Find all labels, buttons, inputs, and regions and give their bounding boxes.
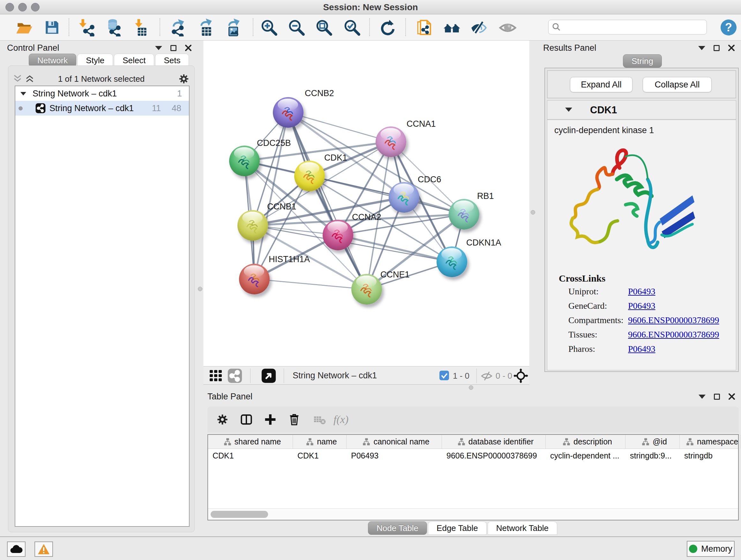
table-horizontal-scrollbar[interactable] <box>208 508 738 520</box>
table-row[interactable]: CDK1CDK1P064939606.ENSP00000378699cyclin… <box>208 449 738 462</box>
table-cell[interactable]: P06493 <box>347 449 442 462</box>
export-table-button[interactable] <box>197 18 215 37</box>
network-node-ccnb1[interactable] <box>238 210 268 241</box>
crosslink-link[interactable]: 9606.ENSP00000378699 <box>628 329 719 340</box>
network-node-ccne1[interactable] <box>351 274 382 305</box>
tab-style[interactable]: Style <box>77 54 113 67</box>
save-session-button[interactable] <box>43 18 61 37</box>
network-view[interactable]: CCNB2 CCNA1 CDC25B CDK1 CDC6 RB1 CCNB1 C… <box>203 41 529 366</box>
scrollbar-thumb[interactable] <box>211 511 268 518</box>
crosslink-link[interactable]: P06493 <box>628 344 656 354</box>
column-header-canonical-name[interactable]: canonical name <box>347 435 442 449</box>
column-header-namespace[interactable]: namespace <box>680 435 741 449</box>
tab-node-table[interactable]: Node Table <box>368 521 427 535</box>
delete-column-button[interactable] <box>285 410 304 429</box>
network-node-hist1h1a[interactable] <box>239 264 270 294</box>
network-collection-row[interactable]: String Network – cdk1 1 <box>15 86 189 101</box>
collection-expand-icon[interactable] <box>20 92 26 96</box>
network-node-ccna2[interactable] <box>323 220 353 250</box>
table-cell[interactable]: 9606.ENSP00000378699 <box>442 449 546 462</box>
delete-table-button[interactable] <box>310 410 329 429</box>
search-input[interactable] <box>564 23 706 32</box>
panel-close-icon[interactable] <box>185 44 192 51</box>
panel-menu-icon[interactable] <box>698 395 705 399</box>
table-options-button[interactable] <box>213 410 232 429</box>
show-graphics-button[interactable] <box>498 18 517 37</box>
column-header-database-identifier[interactable]: database identifier <box>442 435 546 449</box>
zoom-fit-button[interactable] <box>315 18 333 37</box>
crosslink-link[interactable]: 9606.ENSP00000378699 <box>628 315 719 325</box>
show-columns-button[interactable] <box>237 410 256 429</box>
selected-nodes-checkbox[interactable] <box>440 371 449 380</box>
control-panel-tabs: NetworkStyleSelectSets <box>29 54 190 67</box>
zoom-out-button[interactable] <box>287 18 306 37</box>
gene-section-header[interactable]: CDK1 <box>547 101 736 120</box>
memory-button[interactable]: Memory <box>687 541 735 557</box>
home-layout-button[interactable] <box>443 18 461 37</box>
network-node-cdc25b[interactable] <box>229 145 260 176</box>
import-database-button[interactable] <box>104 18 122 37</box>
column-header-@id[interactable]: @id <box>625 435 680 449</box>
crosslink-link[interactable]: P06493 <box>628 287 656 297</box>
crosslink-link[interactable]: P06493 <box>628 301 656 311</box>
export-network-button[interactable] <box>169 18 188 37</box>
network-node-ccnb2[interactable] <box>273 97 304 128</box>
table-cell[interactable]: stringdb <box>680 449 741 462</box>
network-node-ccna1[interactable] <box>376 126 406 157</box>
export-image-button[interactable] <box>224 18 243 37</box>
panel-menu-icon[interactable] <box>698 46 705 50</box>
column-header-name[interactable]: name <box>293 435 347 449</box>
network-node-rb1[interactable] <box>449 199 479 230</box>
table-cell[interactable]: cyclin-dependent ... <box>546 449 625 462</box>
tab-string[interactable]: String <box>623 54 662 68</box>
add-column-button[interactable] <box>261 410 280 429</box>
expand-all-button[interactable]: Expand All <box>570 77 632 92</box>
table-cell[interactable]: CDK1 <box>293 449 347 462</box>
crosslink-row: Uniprot:P06493 <box>547 287 736 301</box>
tab-network[interactable]: Network <box>29 54 76 67</box>
panel-close-icon[interactable] <box>728 44 735 51</box>
import-network-button[interactable] <box>77 18 96 37</box>
tab-network-table[interactable]: Network Table <box>488 521 557 535</box>
ribbon-thumbnail <box>328 227 347 245</box>
collapse-all-button[interactable]: Collapse All <box>643 77 712 92</box>
panel-float-icon[interactable] <box>171 45 177 51</box>
right-splitter-handle[interactable] <box>531 210 535 214</box>
tab-edge-table[interactable]: Edge Table <box>428 521 487 535</box>
zoom-in-button[interactable] <box>260 18 278 37</box>
zoom-selected-button[interactable] <box>343 18 361 37</box>
string-import-button[interactable] <box>415 18 433 37</box>
left-splitter-handle[interactable] <box>198 287 202 291</box>
panel-menu-icon[interactable] <box>155 46 162 50</box>
network-options-gear-icon[interactable] <box>178 73 190 85</box>
network-edge-CCNB2-HIST1H1A[interactable] <box>254 112 288 279</box>
warnings-button[interactable] <box>35 542 53 557</box>
refresh-layout-button[interactable] <box>378 18 396 37</box>
column-header-description[interactable]: description <box>546 435 625 449</box>
network-node-cdc6[interactable] <box>389 182 419 212</box>
fit-selected-crosshair-icon[interactable] <box>514 368 528 383</box>
column-header-shared-name[interactable]: shared name <box>208 435 293 449</box>
open-session-button[interactable] <box>15 18 33 37</box>
table-cell[interactable]: CDK1 <box>208 449 293 462</box>
network-icon-badge[interactable] <box>227 368 242 383</box>
table-cell[interactable]: stringdb:9... <box>625 449 680 462</box>
tab-select[interactable]: Select <box>114 54 154 67</box>
cloud-status-button[interactable] <box>7 542 25 557</box>
help-button[interactable]: ? <box>719 18 738 37</box>
import-table-button[interactable] <box>131 18 150 37</box>
tab-sets[interactable]: Sets <box>155 54 189 67</box>
network-node-cdkn1a[interactable] <box>436 246 467 277</box>
bottom-splitter-handle[interactable] <box>469 385 473 390</box>
network-row[interactable]: String Network – cdk1 11 48 <box>15 101 189 116</box>
panel-close-icon[interactable] <box>728 393 735 400</box>
panel-float-icon[interactable] <box>714 394 720 400</box>
panel-float-icon[interactable] <box>714 45 720 51</box>
grid-view-icon[interactable] <box>209 369 223 383</box>
network-node-cdk1[interactable] <box>294 161 325 191</box>
function-builder-button[interactable]: f(x) <box>333 410 348 429</box>
network-edge-CCNB2-CCNA1[interactable] <box>288 112 391 142</box>
birds-eye-view-icon[interactable] <box>261 368 276 383</box>
hide-graphics-button[interactable] <box>470 18 488 37</box>
section-collapse-icon[interactable] <box>565 108 572 112</box>
